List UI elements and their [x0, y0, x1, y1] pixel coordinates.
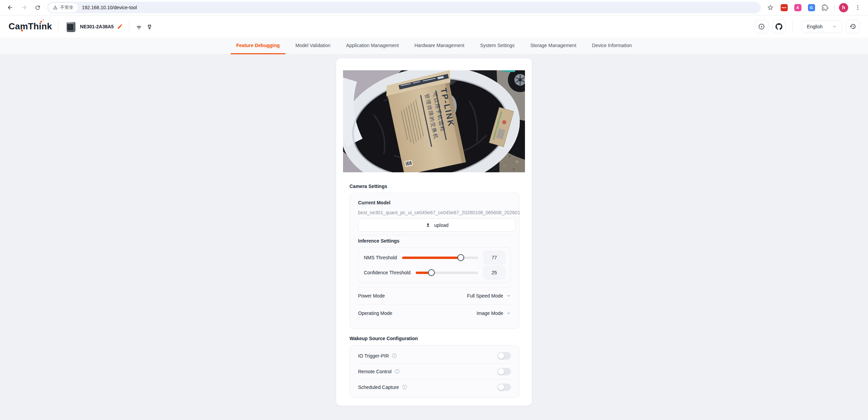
app-header: CamThink NE301-2A38A5 ? English — [0, 15, 868, 38]
extensions-button[interactable] — [821, 3, 829, 12]
io-trigger-pir-row: IO Trigger-PIR — [358, 348, 511, 363]
edit-device-name-button[interactable] — [117, 24, 123, 29]
tab-system-settings[interactable]: System Settings — [474, 38, 520, 54]
toggle-knob — [498, 384, 504, 390]
operating-mode-select[interactable]: Image Mode — [476, 310, 511, 316]
header-divider — [792, 21, 793, 32]
reload-button[interactable] — [32, 2, 43, 13]
nav-tabs: Feature Debugging Model Validation Appli… — [0, 38, 868, 55]
inference-sliders-group: NMS Threshold 77 Confidence Threshold 25 — [358, 247, 511, 283]
power-plug-icon — [146, 23, 153, 30]
nms-threshold-value[interactable]: 77 — [483, 251, 505, 264]
camera-preview-image: TP-LINK 可以用手机远程 管理排障的交换机 — [343, 70, 525, 172]
chevron-down-icon — [832, 24, 837, 29]
camera-settings-panel: Current Model best_ne301_quant_pc_ui_ce0… — [350, 193, 520, 329]
device-thumbnail-icon — [65, 19, 77, 34]
back-button[interactable] — [4, 2, 16, 13]
tab-feature-debugging[interactable]: Feature Debugging — [231, 38, 285, 54]
url-bar[interactable]: 不安全 192.168.10.10/device-tool — [47, 2, 761, 13]
header-actions: ? English — [751, 20, 859, 33]
operating-mode-row: Operating Mode Image Mode — [358, 305, 511, 322]
logo-accent-dot — [21, 30, 23, 31]
forward-button[interactable] — [18, 2, 30, 13]
bookmark-star-icon — [767, 4, 774, 11]
tab-application-management[interactable]: Application Management — [341, 38, 404, 54]
tab-hardware-management[interactable]: Hardware Management — [409, 38, 470, 54]
io-trigger-pir-label: IO Trigger-PIR — [358, 353, 389, 359]
logo-accent-dot — [43, 19, 44, 20]
slider-fill — [402, 257, 461, 259]
browser-menu-button[interactable] — [854, 3, 862, 12]
remote-control-row: Remote Control — [358, 364, 511, 379]
info-circle-icon[interactable] — [392, 353, 397, 358]
header-divider — [58, 21, 58, 32]
forward-icon — [20, 4, 27, 11]
feature-debugging-card: TP-LINK 可以用手机远程 管理排障的交换机 — [336, 58, 532, 406]
profile-avatar[interactable]: h — [839, 3, 848, 12]
url-text: 192.168.10.10/device-tool — [82, 5, 137, 10]
upload-button-label: upload — [434, 222, 449, 228]
language-select[interactable]: English — [802, 20, 842, 33]
nms-threshold-slider[interactable] — [402, 257, 478, 259]
scheduled-capture-toggle[interactable] — [497, 383, 511, 391]
camthink-logo: CamThink — [9, 21, 52, 32]
google-translate-icon: G — [808, 4, 815, 11]
translate-extension-button[interactable]: A — [794, 3, 802, 12]
toolbar-separator — [834, 4, 834, 11]
adblock-extension-button[interactable]: ••• — [780, 3, 788, 12]
power-mode-select[interactable]: Full Speed Mode — [467, 293, 511, 299]
info-circle-icon[interactable] — [395, 369, 400, 374]
reload-icon — [34, 4, 41, 11]
device-name: NE301-2A38A5 — [80, 24, 114, 29]
wakeup-panel: IO Trigger-PIR Remote Control Scheduled … — [350, 345, 520, 398]
nms-threshold-row: NMS Threshold 77 — [358, 250, 511, 265]
slider-thumb[interactable] — [457, 254, 464, 261]
tab-device-information[interactable]: Device Information — [586, 38, 637, 54]
wifi-status-icon — [136, 23, 142, 30]
adblock-extension-icon: ••• — [781, 4, 788, 11]
logo-text: CamThink — [9, 21, 52, 31]
confidence-threshold-label: Confidence Threshold — [364, 270, 411, 275]
google-translate-button[interactable]: G — [807, 3, 815, 12]
camera-preview: TP-LINK 可以用手机远程 管理排障的交换机 — [343, 70, 525, 172]
confidence-threshold-row: Confidence Threshold 25 — [358, 265, 511, 280]
upload-model-button[interactable]: upload — [358, 218, 516, 232]
operating-mode-label: Operating Mode — [358, 310, 392, 316]
power-mode-label: Power Mode — [358, 293, 385, 299]
history-icon — [850, 23, 856, 30]
chevron-down-icon — [506, 311, 511, 316]
back-icon — [7, 4, 14, 11]
browser-toolbar: 不安全 192.168.10.10/device-tool ••• A G h — [0, 0, 868, 15]
confidence-threshold-slider[interactable] — [416, 272, 478, 274]
site-security-chip[interactable]: 不安全 — [48, 3, 78, 12]
logo-accent-dot — [40, 21, 42, 23]
camera-settings-title: Camera Settings — [350, 184, 520, 189]
inference-settings-title: Inference Settings — [358, 238, 511, 244]
language-value: English — [807, 24, 823, 29]
current-model-value: best_ne301_quant_pc_ui_ce045e67_ce045e67… — [358, 210, 511, 215]
slider-thumb[interactable] — [428, 269, 435, 276]
scheduled-capture-row: Scheduled Capture — [358, 379, 511, 395]
history-button[interactable] — [846, 20, 859, 33]
io-trigger-pir-toggle[interactable] — [497, 352, 511, 360]
chevron-down-icon — [506, 293, 511, 298]
operating-mode-value: Image Mode — [476, 310, 503, 316]
github-button[interactable] — [772, 20, 786, 33]
tab-model-validation[interactable]: Model Validation — [290, 38, 336, 54]
warning-triangle-icon — [53, 5, 58, 10]
remote-control-label: Remote Control — [358, 369, 392, 374]
remote-control-toggle[interactable] — [497, 368, 511, 375]
wakeup-title: Wakeup Source Configuration — [350, 336, 520, 341]
tab-storage-management[interactable]: Storage Management — [525, 38, 582, 54]
confidence-threshold-value[interactable]: 25 — [483, 266, 505, 279]
bookmark-button[interactable] — [766, 3, 774, 12]
security-label: 不安全 — [60, 4, 73, 11]
toggle-knob — [498, 353, 504, 359]
power-mode-value: Full Speed Mode — [467, 293, 503, 299]
main-content: TP-LINK 可以用手机远程 管理排障的交换机 — [0, 58, 868, 420]
extensions-puzzle-icon — [822, 4, 828, 11]
nms-threshold-label: NMS Threshold — [364, 255, 397, 260]
edit-pencil-icon — [117, 24, 123, 29]
help-button[interactable]: ? — [755, 20, 768, 33]
info-circle-icon[interactable] — [402, 385, 407, 390]
